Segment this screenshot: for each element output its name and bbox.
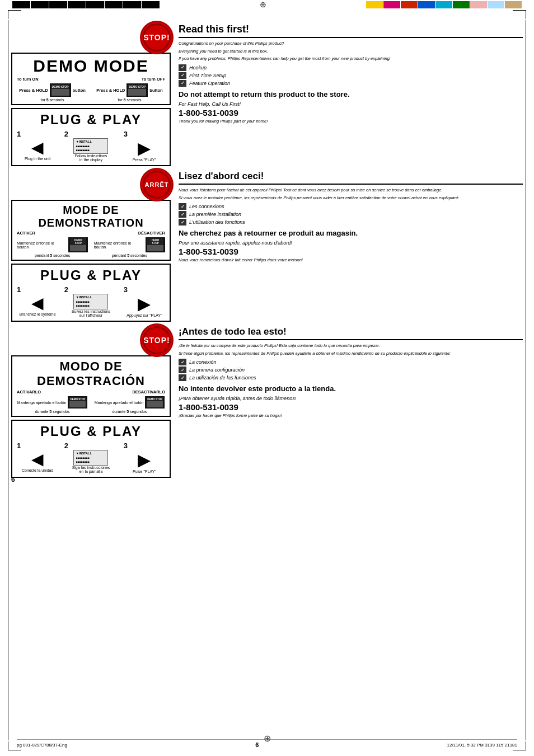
demo-stop-btn-fr-off: DEMO STOP bbox=[146, 237, 165, 252]
spanish-seconds-on: durante 5 segundos bbox=[35, 410, 70, 414]
lisez-title: Lisez d'abord ceci! bbox=[179, 171, 523, 185]
step3-label-en: Press "PLAY" bbox=[133, 158, 156, 162]
mode-demo-title: MODE DE DEMONSTRATION bbox=[17, 204, 165, 229]
step3-num-en: 3 bbox=[124, 130, 128, 138]
spanish-maintain-press-off: Mantenga apretado el botón bbox=[95, 401, 144, 405]
french-seconds-off: pendant 5 secondes bbox=[112, 253, 147, 257]
read-first-title: Read this first! bbox=[179, 24, 523, 38]
demo-stop-btn-on: DEMO STOP bbox=[50, 83, 71, 97]
arret-text: ARRÊT bbox=[145, 181, 169, 188]
demo-button-off: button bbox=[149, 88, 162, 93]
step3-num-fr: 3 bbox=[124, 285, 128, 294]
demo-seconds-on: for 5 seconds bbox=[41, 98, 64, 102]
spanish-maintain-press-on: Mantenga apretado el botón bbox=[17, 401, 67, 405]
spanish-right-section: ¡Antes de todo lea esto! ¡Se le felicita… bbox=[179, 326, 523, 478]
step2-num-en: 2 bbox=[64, 130, 68, 138]
demo-press-hold-on: Press & HOLD bbox=[19, 88, 48, 93]
arrow-left-icon-fr: ◀ bbox=[31, 294, 44, 312]
thank-you-french: Nous vous remercions d'avoir fait entrer… bbox=[179, 257, 523, 262]
check-item-connexions: ✓ Les connexions bbox=[179, 203, 523, 210]
read-intro2: Everything you need to get started is in… bbox=[179, 49, 523, 55]
plug-play-box-spanish: PLUG & PLAY 1 ◀ Conecte la unidad 2 ▼INS… bbox=[11, 420, 171, 478]
step2-num-sp: 2 bbox=[64, 442, 68, 450]
fast-help-french: Pour une assistance rapide, appelez-nous… bbox=[179, 240, 523, 246]
english-left-section: STOP! DEMO MODE To turn ON To turn OFF P… bbox=[11, 24, 171, 166]
step2-num-fr: 2 bbox=[64, 285, 68, 294]
fast-help-spanish: ¡Para obtener ayuda rápida, antes de tod… bbox=[179, 396, 523, 401]
lisez-intro1: Nous vous félicitons pour l'achat de cet… bbox=[179, 187, 523, 194]
read-intro1: Congratulations on your purchase of this… bbox=[179, 41, 523, 47]
check-item-premiere: ✓ La première installation bbox=[179, 211, 523, 218]
phone-spanish: 1-800-531-0039 bbox=[179, 402, 523, 412]
check-item-feature: ✓ Feature Operation bbox=[179, 80, 523, 87]
plug-play-box-french: PLUG & PLAY 1 ◀ Branchez le système 2 ▼I… bbox=[11, 264, 171, 322]
step3-num-sp: 3 bbox=[124, 442, 128, 450]
modo-demo-box-spanish: MODO DE DEMOSTRACIÓN ACTIVARLO DESACTIVA… bbox=[11, 355, 171, 417]
demo-button-on: button bbox=[73, 88, 86, 93]
plug-play-title-english: PLUG & PLAY bbox=[17, 112, 165, 128]
stop-text: STOP! bbox=[143, 33, 170, 42]
step1-num-fr: 1 bbox=[17, 285, 21, 294]
french-activate-label: ACTIVER bbox=[17, 231, 35, 236]
check-item-setup: ✓ First Time Setup bbox=[179, 72, 523, 79]
demo-stop-btn-sp-on: DEMO STOP bbox=[68, 396, 87, 408]
stop-badge-spanish: STOP! bbox=[143, 326, 171, 354]
antes-title: ¡Antes de todo lea esto! bbox=[179, 326, 523, 340]
english-right-section: Read this first! Congratulations on your… bbox=[179, 24, 523, 166]
install-box-en: ▼INSTALL ■■■■■■■■ ■■■■■■■■ bbox=[73, 138, 108, 154]
check-item-utilization-sp: ✓ La utilización de las funciones bbox=[179, 374, 523, 381]
demo-stop-btn-off: DEMO STOP bbox=[127, 83, 148, 97]
footer-center: 6 bbox=[255, 741, 259, 748]
phone-english: 1-800-531-0039 bbox=[179, 108, 523, 118]
french-maintain-press-on: Maintenez enfoncé le bouton bbox=[17, 241, 67, 249]
arrow-left-icon: ◀ bbox=[31, 138, 44, 157]
play-icon-en: ▶ bbox=[138, 138, 151, 158]
french-checklist: ✓ Les connexions ✓ La première installat… bbox=[179, 203, 523, 226]
plug-play-title-french: PLUG & PLAY bbox=[17, 267, 165, 283]
french-left-section: ARRÊT MODE DE DEMONSTRATION ACTIVER DÉSA… bbox=[11, 171, 171, 322]
english-checklist: ✓ Hookup ✓ First Time Setup ✓ Feature Op… bbox=[179, 64, 523, 87]
step2-label-fr: Suivez les instructions sur l'afficheur bbox=[72, 309, 110, 317]
antes-intro1: ¡Se le felicita por su compra de este pr… bbox=[179, 343, 523, 349]
check-item-hookup: ✓ Hookup bbox=[179, 64, 523, 71]
spanish-activate-label: ACTIVARLO bbox=[17, 389, 41, 395]
play-icon-fr: ▶ bbox=[138, 294, 151, 313]
french-deactivate-label: DÉSACTIVER bbox=[138, 231, 165, 236]
fast-help-english: For Fast Help, Call Us First! bbox=[179, 101, 523, 107]
step3-label-sp: Pulse "PLAY" bbox=[133, 469, 156, 473]
do-not-return-english: Do not attempt to return this product to… bbox=[179, 90, 523, 99]
step1-label-en: Plug in the unit bbox=[25, 157, 50, 161]
french-seconds-on: pendant 5 secondes bbox=[35, 253, 70, 257]
check-item-configuracion: ✓ La primera configuración bbox=[179, 367, 523, 373]
demo-stop-btn-fr-on: DEMO STOP bbox=[68, 237, 88, 252]
plug-play-title-spanish: PLUG & PLAY bbox=[17, 424, 165, 439]
step2-label-en: Follow instructions in the display bbox=[75, 154, 107, 162]
footer-left: pg 001-029/C788/37-Eng bbox=[17, 743, 67, 748]
spanish-left-section: STOP! MODO DE DEMOSTRACIÓN ACTIVARLO DES… bbox=[11, 326, 171, 478]
step1-num-en: 1 bbox=[17, 130, 21, 138]
spanish-checklist: ✓ La conexión ✓ La primera configuración… bbox=[179, 359, 523, 381]
arret-badge-french: ARRÊT bbox=[143, 171, 171, 199]
check-item-utilisation-fr: ✓ L'utilisation des fonctions bbox=[179, 219, 523, 226]
lisez-intro2: Si vous avez le moindre problème, les re… bbox=[179, 195, 523, 201]
french-maintain-press-off: Maintenez enfoncé le bouton bbox=[94, 241, 144, 249]
plug-play-box-english: PLUG & PLAY 1 ◀ Plug in the unit 2 ▼INST… bbox=[11, 108, 171, 166]
spanish-seconds-off: durante 5 segundos bbox=[112, 410, 147, 414]
demo-stop-btn-sp-off: DEMO STOP bbox=[145, 396, 165, 408]
install-box-sp: ▼INSTALL ■■■■■■■■ ■■■■■■■■ bbox=[73, 450, 108, 466]
french-right-section: Lisez d'abord ceci! Nous vous félicitons… bbox=[179, 171, 523, 322]
play-icon-sp: ▶ bbox=[138, 450, 151, 469]
read-intro3: If you have any problems, Philips Repres… bbox=[179, 56, 523, 62]
arrow-left-icon-sp: ◀ bbox=[31, 450, 44, 468]
stop-text-spanish: STOP! bbox=[143, 336, 170, 345]
demo-mode-title: DEMO MODE bbox=[17, 57, 165, 76]
step2-label-sp: Siga las instrucciones en la pantalla bbox=[72, 466, 110, 473]
step3-label-fr: Appuyez sur "PLAY" bbox=[127, 313, 162, 317]
mode-demo-box-french: MODE DE DEMONSTRATION ACTIVER DÉSACTIVER… bbox=[11, 200, 171, 261]
page-number: 6 bbox=[11, 476, 15, 483]
do-not-return-french: Ne cherchez pas à retourner ce produit a… bbox=[179, 229, 523, 238]
step1-label-sp: Conecte la unidad bbox=[22, 468, 53, 472]
footer-right: 12/11/01, 5:32 PM 3139 115 21181 bbox=[447, 743, 517, 748]
demo-seconds-off: for 5 seconds bbox=[118, 98, 141, 102]
step1-label-fr: Branchez le système bbox=[20, 312, 56, 316]
